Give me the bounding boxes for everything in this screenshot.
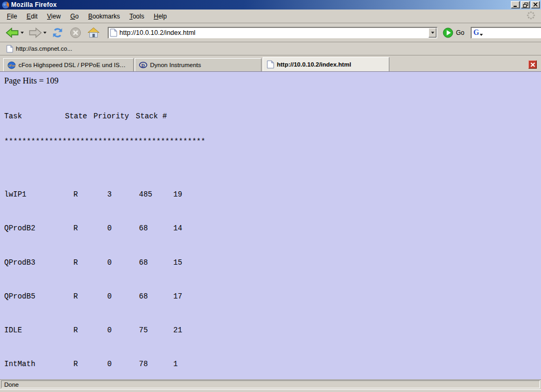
task-name-cell: lwIP1: [4, 190, 26, 199]
search-input[interactable]: [484, 29, 541, 37]
tab-cfos[interactable]: cFos cFos Highspeed DSL / PPPoE und ISDN…: [3, 58, 134, 71]
firefox-window: Mozilla Firefox File Edit View Go Bookma…: [0, 0, 541, 392]
task-name-cell: IntMath: [4, 360, 35, 368]
menu-bar: File Edit View Go Bookmarks Tools Help: [0, 10, 541, 23]
task-row: QProdB3 R 0 68 15: [4, 258, 206, 267]
page-content: Page Hits = 109 Task State Priority Stac…: [0, 72, 541, 379]
menu-go[interactable]: Go: [66, 11, 83, 22]
forward-icon: [28, 27, 42, 39]
dynon-d-logo-icon: D: [139, 61, 147, 69]
task-priority-cell: 0: [107, 258, 111, 267]
url-dropdown-icon: [431, 32, 434, 34]
home-button[interactable]: [86, 25, 101, 40]
task-name-cell: QProdB2: [4, 224, 35, 232]
tab-label: Dynon Instruments: [150, 62, 201, 68]
task-stack-cell: 68: [139, 224, 148, 232]
red-x-icon: [530, 62, 535, 67]
url-input[interactable]: [119, 28, 428, 38]
stop-button[interactable]: [68, 25, 83, 40]
bookmarks-toolbar: http://as.cmpnet.co...: [0, 42, 541, 55]
task-state-cell: R: [73, 326, 78, 334]
tab-bar: cFos cFos Highspeed DSL / PPPoE und ISDN…: [0, 55, 541, 72]
task-state-cell: R: [73, 224, 78, 232]
page-icon: [110, 29, 117, 37]
task-number-cell: 1: [173, 360, 178, 368]
status-text: Done: [1, 380, 540, 388]
restore-icon: [523, 3, 528, 7]
title-bar: Mozilla Firefox: [0, 0, 541, 10]
task-number-cell: 17: [173, 292, 182, 301]
tab-label: http://10.0.10.2/index.html: [277, 61, 351, 68]
task-number-cell: 21: [173, 326, 182, 334]
minimize-icon: [513, 3, 518, 7]
task-priority-cell: 0: [107, 360, 111, 368]
task-stack-cell: 75: [139, 326, 148, 334]
status-bar: Done: [0, 379, 541, 389]
tab-label: cFos Highspeed DSL / PPPoE und ISDN CAP.…: [18, 62, 129, 68]
stop-icon: [69, 26, 82, 39]
bookmark-page-icon: [6, 45, 13, 53]
menu-tools[interactable]: Tools: [125, 11, 149, 22]
back-button[interactable]: [4, 26, 25, 40]
reload-button[interactable]: [50, 25, 66, 40]
task-row: QProdB5 R 0 68 17: [4, 292, 206, 301]
menu-help[interactable]: Help: [149, 11, 172, 22]
forward-button[interactable]: [27, 26, 48, 40]
task-priority-cell: 3: [107, 190, 111, 199]
svg-text:D: D: [142, 63, 145, 68]
task-state-cell: R: [73, 258, 78, 267]
go-label: Go: [456, 29, 464, 36]
back-dropdown-icon[interactable]: [21, 32, 24, 34]
task-name-cell: QProdB3: [4, 258, 35, 267]
navigation-toolbar: Go G: [0, 23, 541, 42]
menu-bookmarks[interactable]: Bookmarks: [83, 11, 125, 22]
task-row: lwIP1 R 3 485 19: [4, 190, 206, 199]
task-state-cell: R: [73, 360, 78, 368]
menu-edit[interactable]: Edit: [22, 11, 42, 22]
throbber-icon: [526, 11, 536, 22]
forward-dropdown-icon[interactable]: [43, 32, 46, 34]
task-row: QProdB2 R 0 68 14: [4, 224, 206, 232]
task-name-cell: QProdB5: [4, 292, 35, 301]
task-priority-cell: 0: [107, 326, 111, 334]
close-icon: [533, 3, 538, 7]
home-icon: [87, 26, 100, 39]
task-state-cell: R: [73, 292, 78, 301]
task-priority-cell: 0: [107, 224, 111, 232]
task-priority-cell: 0: [107, 292, 111, 301]
column-header-priority: Priority: [94, 112, 129, 120]
url-bar: [108, 27, 437, 39]
url-dropdown-button[interactable]: [428, 28, 436, 38]
bookmark-item[interactable]: http://as.cmpnet.co...: [4, 44, 74, 54]
task-number-cell: 15: [173, 258, 182, 267]
task-row: IntMath R 0 78 1: [4, 360, 206, 368]
task-stack-cell: 78: [139, 360, 148, 368]
restore-button[interactable]: [521, 1, 530, 8]
menu-file[interactable]: File: [2, 11, 22, 22]
close-button[interactable]: [531, 1, 540, 8]
window-title: Mozilla Firefox: [11, 1, 57, 8]
tab-index-html-active[interactable]: http://10.0.10.2/index.html: [263, 57, 389, 71]
search-box: G: [471, 27, 541, 39]
task-stack-cell: 68: [139, 292, 148, 301]
task-table-header: Task State Priority Stack #: [4, 112, 206, 120]
column-header-stack: Stack #: [136, 112, 167, 120]
close-tab-button[interactable]: [528, 60, 537, 69]
search-engine-dropdown-icon[interactable]: [480, 34, 483, 36]
go-icon: [443, 27, 453, 38]
column-header-task: Task: [4, 112, 22, 120]
task-number-cell: 14: [173, 224, 182, 232]
google-g-icon[interactable]: G: [473, 29, 479, 37]
tab-page-icon: [267, 60, 274, 69]
task-table: Task State Priority Stack # ************…: [4, 95, 206, 379]
menu-view[interactable]: View: [42, 11, 66, 22]
bookmark-label: http://as.cmpnet.co...: [16, 45, 72, 52]
tab-dynon[interactable]: D Dynon Instruments: [135, 58, 262, 71]
task-stack-cell: 68: [139, 258, 148, 267]
task-name-cell: IDLE: [4, 326, 22, 334]
go-button[interactable]: Go: [443, 27, 464, 38]
task-number-cell: 19: [173, 190, 182, 199]
minimize-button[interactable]: [511, 1, 520, 8]
window-bottom-edge: [0, 389, 541, 392]
firefox-logo-icon: [2, 1, 10, 9]
